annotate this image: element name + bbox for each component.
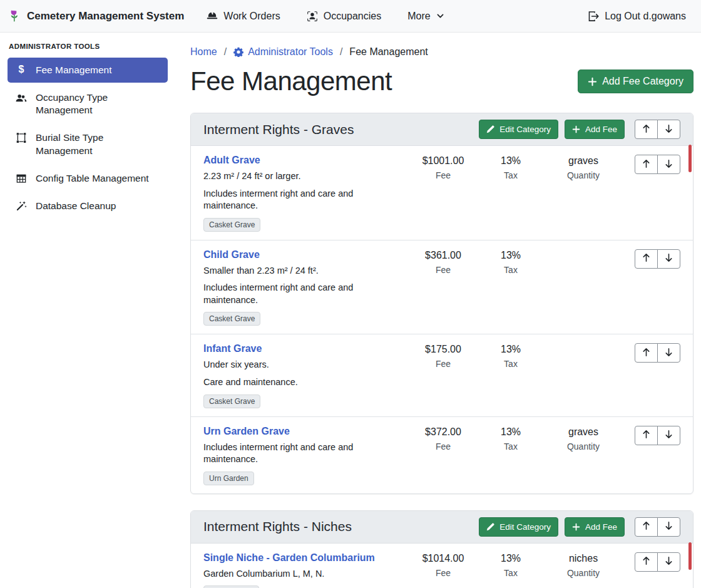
fee-reorder-group [635,155,680,174]
nav-item-label: Work Orders [223,11,280,22]
fee-amount-label: Fee [408,568,478,578]
fee-tax-label: Tax [478,265,543,275]
fee-info: Adult Grave2.23 m² / 24 ft² or larger.In… [203,155,408,232]
fee-name-link[interactable]: Adult Grave [203,155,260,166]
app-brand[interactable]: Cemetery Management System [8,9,184,23]
fee-description: 2.23 m² / 24 ft² or larger. [203,170,403,183]
fee-move-down-button[interactable] [657,552,680,572]
arrow-up-icon [642,159,651,170]
add-fee-button[interactable]: Add Fee [565,517,625,537]
scrollbar-thumb[interactable] [688,145,692,172]
nav-item-label: More [407,11,430,22]
fee-move-up-button[interactable] [635,249,658,269]
category-move-up-button[interactable] [635,517,658,537]
fee-move-up-button[interactable] [635,155,658,174]
fee-description: Includes interment right and care and ma… [203,441,403,466]
fee-move-down-button[interactable] [657,155,680,174]
breadcrumb-home[interactable]: Home [190,46,217,58]
sidebar-item-occupancy-type-management[interactable]: Occupancy Type Management [8,85,168,123]
fee-name-link[interactable]: Urn Garden Grave [203,426,290,437]
arrow-up-icon [642,521,651,532]
arrow-down-icon [664,556,673,567]
scrollbar-thumb[interactable] [688,542,692,570]
arrow-up-icon [642,253,651,264]
fee-tax-label: Tax [478,359,543,369]
sidebar-item-fee-management[interactable]: $Fee Management [8,58,168,83]
wand-icon [15,200,28,212]
fee-row: Single Niche - Garden ColumbariumGarden … [191,544,693,588]
nav-item-more[interactable]: More [407,11,444,22]
fee-type-badge: Casket Grave [203,395,260,408]
add-fee-button[interactable]: Add Fee [565,120,625,139]
fee-amount: $1001.00 [408,155,478,167]
fee-description: Garden Columbarium L, M, N. [203,568,403,580]
fee-quantity: graves [543,155,623,167]
arrow-down-icon [664,159,673,170]
arrow-up-icon [642,348,651,359]
fee-amount-label: Fee [408,359,478,369]
fee-row: Urn Garden GraveIncludes interment right… [191,416,693,493]
breadcrumb-admin-tools[interactable]: Administrator Tools [233,46,333,58]
fee-amount: $1014.00 [408,553,478,564]
app-title: Cemetery Management System [27,10,184,23]
edit-category-button[interactable]: Edit Category [479,120,558,139]
fee-description: Includes interment right and care and ma… [203,188,403,212]
category-move-down-button[interactable] [657,517,680,537]
fee-name-link[interactable]: Child Grave [203,249,260,260]
sidebar-item-label: Burial Site Type Management [36,132,160,157]
fee-name-link[interactable]: Single Niche - Garden Columbarium [203,552,375,564]
fee-amount-cell: $361.00Fee [408,249,478,275]
fee-quantity-cell [543,249,623,250]
fee-amount-label: Fee [408,170,478,180]
add-fee-category-button[interactable]: Add Fee Category [578,70,693,93]
logout-icon [588,11,599,22]
fee-quantity-label: Quantity [543,170,623,180]
navbar-menu: Work OrdersOccupanciesMore [207,11,444,22]
sidebar-item-database-cleanup[interactable]: Database Cleanup [8,193,168,219]
arrow-down-icon [664,521,673,532]
fee-description: Care and maintenance. [203,376,403,389]
category-title: Interment Rights - Graves [203,122,473,137]
fee-description: Under six years. [203,359,403,371]
fee-move-down-button[interactable] [657,426,680,445]
app-logo-icon [8,9,21,23]
fee-move-up-button[interactable] [635,343,658,363]
fee-move-down-button[interactable] [657,343,680,363]
plot-icon [15,132,28,143]
fee-type-badge: Columbarium [203,585,259,588]
category-header: Interment Rights - GravesEdit CategoryAd… [191,113,693,146]
fee-move-up-button[interactable] [635,426,658,445]
fee-reorder-group [635,343,680,363]
sidebar-item-burial-site-type-management[interactable]: Burial Site Type Management [8,125,168,163]
fee-quantity: graves [543,426,623,438]
edit-category-button[interactable]: Edit Category [479,517,558,537]
fee-quantity-label: Quantity [543,441,623,451]
add-fee-category-label: Add Fee Category [602,76,683,87]
arrow-down-icon [664,430,673,441]
sidebar-item-config-table-management[interactable]: Config Table Management [8,166,168,191]
category-reorder-group [635,120,680,139]
category-card: Interment Rights - GravesEdit CategoryAd… [190,113,693,494]
arrow-up-icon [642,124,651,135]
fee-move-up-button[interactable] [635,552,658,572]
fee-quantity: niches [543,553,623,564]
hard-hat-icon [207,11,218,22]
fee-name-link[interactable]: Infant Grave [203,343,262,354]
fee-quantity-cell [543,343,623,344]
fee-tax-cell: 13%Tax [478,343,543,369]
page-title: Fee Management [190,66,392,96]
fee-move-down-button[interactable] [657,249,680,269]
nav-item-occupancies[interactable]: Occupancies [307,11,382,22]
edit-category-button-label: Edit Category [499,522,551,532]
logout-link[interactable]: Log Out d.gowans [588,11,686,22]
nav-item-work-orders[interactable]: Work Orders [207,11,280,22]
category-reorder-group [635,517,680,537]
fee-amount-label: Fee [408,265,478,275]
fee-amount-cell: $175.00Fee [408,343,478,369]
category-move-up-button[interactable] [635,120,658,139]
plus-icon [588,77,597,86]
fee-tax-cell: 13%Tax [478,155,543,180]
categories: Interment Rights - GravesEdit CategoryAd… [190,113,693,588]
category-move-down-button[interactable] [657,120,680,139]
fee-row: Infant GraveUnder six years.Care and mai… [191,334,693,416]
